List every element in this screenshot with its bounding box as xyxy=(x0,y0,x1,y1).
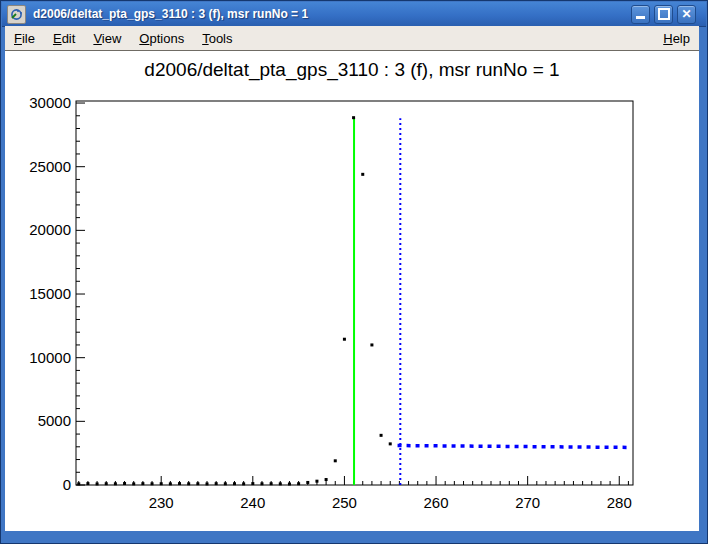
x-tick-label: 230 xyxy=(149,494,174,511)
data-point-marker xyxy=(297,482,300,485)
data-point-marker xyxy=(160,482,163,485)
x-tick-label: 240 xyxy=(240,494,265,511)
minimize-icon xyxy=(636,16,645,19)
data-point-marker xyxy=(325,478,328,481)
menu-edit[interactable]: Edit xyxy=(44,28,84,49)
x-tick-label: 280 xyxy=(607,494,632,511)
menu-tools[interactable]: Tools xyxy=(193,28,241,49)
data-point-marker xyxy=(151,482,154,485)
data-point-marker xyxy=(343,338,346,341)
close-button[interactable]: ✕ xyxy=(677,5,696,24)
maximize-icon xyxy=(658,8,670,20)
data-point-marker xyxy=(389,442,392,445)
data-point-marker xyxy=(178,482,181,485)
data-point-marker xyxy=(233,482,236,485)
plot-canvas[interactable]: d2006/deltat_pta_gps_3110 : 3 (f), msr r… xyxy=(5,51,699,531)
data-point-marker xyxy=(77,482,80,485)
root-canvas-window: d2006/deltat_pta_gps_3110 : 3 (f), msr r… xyxy=(0,0,708,544)
y-tick-label: 5000 xyxy=(38,412,71,429)
data-point-marker xyxy=(288,482,291,485)
y-tick-label: 25000 xyxy=(29,158,71,175)
root-logo-icon xyxy=(10,8,23,21)
data-point-marker xyxy=(123,482,126,485)
data-point-marker xyxy=(196,482,199,485)
title-bar[interactable]: d2006/deltat_pta_gps_3110 : 3 (f), msr r… xyxy=(2,2,706,27)
y-tick-label: 0 xyxy=(63,476,71,493)
data-point-marker xyxy=(215,482,218,485)
data-point-marker xyxy=(105,482,108,485)
x-tick-label: 250 xyxy=(332,494,357,511)
menu-view[interactable]: View xyxy=(84,28,130,49)
data-point-marker xyxy=(270,482,273,485)
y-tick-label: 15000 xyxy=(29,285,71,302)
window-controls: ✕ xyxy=(631,5,696,24)
window-title: d2006/deltat_pta_gps_3110 : 3 (f), msr r… xyxy=(33,7,631,21)
data-point-marker xyxy=(352,116,355,119)
data-point-marker xyxy=(361,173,364,176)
data-point-marker xyxy=(260,482,263,485)
data-point-marker xyxy=(315,480,318,483)
histogram-chart[interactable]: 2302402502602702800500010000150002000025… xyxy=(5,51,701,533)
data-point-marker xyxy=(187,482,190,485)
data-point-marker xyxy=(380,434,383,437)
y-tick-label: 10000 xyxy=(29,349,71,366)
data-point-marker xyxy=(224,482,227,485)
background-level-fit xyxy=(398,446,632,448)
close-icon: ✕ xyxy=(681,8,691,20)
menu-help[interactable]: Help xyxy=(654,28,699,49)
x-tick-label: 260 xyxy=(424,494,449,511)
root-app-icon[interactable] xyxy=(7,5,26,24)
menu-bar: File Edit View Options Tools Help xyxy=(5,26,699,51)
menu-options[interactable]: Options xyxy=(130,28,193,49)
data-point-marker xyxy=(334,459,337,462)
x-tick-label: 270 xyxy=(515,494,540,511)
data-point-marker xyxy=(242,482,245,485)
y-tick-label: 30000 xyxy=(29,94,71,111)
data-point-marker xyxy=(96,482,99,485)
data-point-marker xyxy=(279,482,282,485)
data-point-marker xyxy=(86,482,89,485)
data-point-marker xyxy=(141,482,144,485)
y-tick-label: 20000 xyxy=(29,221,71,238)
minimize-button[interactable] xyxy=(631,5,650,24)
data-point-marker xyxy=(114,482,117,485)
data-point-marker xyxy=(370,343,373,346)
data-point-marker xyxy=(132,482,135,485)
data-point-marker xyxy=(251,482,254,485)
data-point-marker xyxy=(169,482,172,485)
maximize-button[interactable] xyxy=(654,5,673,24)
menu-file[interactable]: File xyxy=(5,28,44,49)
data-point-marker xyxy=(306,481,309,484)
data-point-marker xyxy=(206,482,209,485)
